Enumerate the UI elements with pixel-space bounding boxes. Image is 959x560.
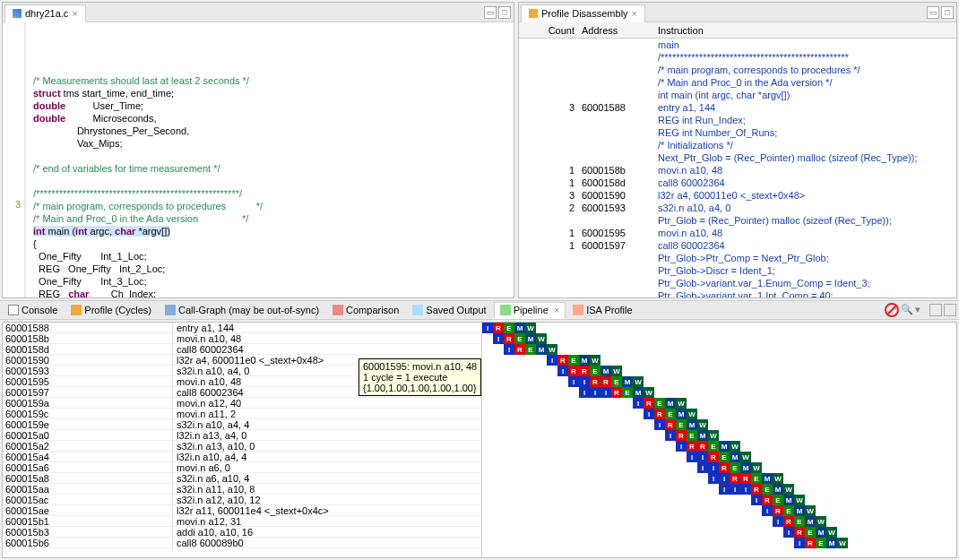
col-instruction[interactable]: Instruction <box>658 25 956 36</box>
minimize-icon[interactable]: ▭ <box>927 6 939 19</box>
compare-icon <box>333 305 343 315</box>
callgraph-icon <box>165 305 176 315</box>
stop-icon[interactable] <box>885 303 899 317</box>
disasm-row[interactable]: main <box>519 39 956 51</box>
pipeline-icon <box>500 305 511 315</box>
pipeline-row[interactable]: 600015acs32i.n a12, a10, 12 <box>3 495 481 505</box>
editor-tab-close-icon[interactable]: × <box>72 8 77 19</box>
disasm-row[interactable]: 16000158bmovi.n a10, 48 <box>519 164 956 177</box>
pipeline-row[interactable]: 600015a8s32i.n a6, a10, 4 <box>3 473 481 484</box>
col-count[interactable]: Count <box>519 25 582 36</box>
pipeline-stage-row: IREMW <box>482 419 956 430</box>
pipeline-stage-row: IREMW <box>482 505 956 516</box>
pipeline-stage-row: IREMW <box>482 430 956 441</box>
disasm-row[interactable]: 160001597call8 60002364 <box>519 239 956 252</box>
minimize-icon[interactable]: ▭ <box>484 6 497 19</box>
pipeline-row[interactable]: 6000158bmovi.n a10, 48 <box>3 333 481 344</box>
pipeline-row[interactable]: 600015ael32r a11, 600011e4 <_stext+0x4c> <box>3 505 481 516</box>
pipeline-tooltip: 60001595: movi.n a10, 48 1 cycle = 1 exe… <box>359 358 481 396</box>
disasm-tabbar: Profile Disassembly × ▭ □ <box>519 3 956 22</box>
pipeline-stage-chart[interactable]: IREMWIREMWIREMWIREMWIRREMWIIRREMWIIIREMW… <box>482 323 956 557</box>
source-editor-pane: dhry21a.c × ▭ □ 37 /* Measurements shoul… <box>2 2 514 298</box>
pipeline-row[interactable]: 600015b3addi a10, a10, 16 <box>3 527 481 538</box>
pipeline-stage-row: IREMW <box>482 344 956 355</box>
minimize-icon[interactable] <box>929 304 942 316</box>
pipeline-stage-row: IIREMW <box>482 462 956 473</box>
pipeline-stage-row: IREMW <box>482 495 956 505</box>
editor-tabbar: dhry21a.c × ▭ □ <box>3 3 514 22</box>
pipeline-row[interactable]: 600015a2s32i.n a13, a10, 0 <box>3 441 481 452</box>
isa-icon <box>573 305 583 315</box>
pipeline-stage-row: IREMW <box>482 333 956 344</box>
pipeline-stage-row: IREMW <box>482 323 956 333</box>
editor-tab-label: dhry21a.c <box>25 8 68 19</box>
pipeline-row[interactable]: 600015a6movi.n a6, 0 <box>3 462 481 473</box>
disasm-row[interactable]: Ptr_Glob->variant.var_1.Enum_Comp = Iden… <box>519 277 956 289</box>
disasm-row[interactable]: int main (int argc, char *argv[]) <box>519 89 956 101</box>
disasm-row[interactable]: 160001595movi.n a10, 48 <box>519 227 956 239</box>
disasm-row[interactable]: /* main program, corresponds to procedur… <box>519 64 956 76</box>
pipeline-row[interactable]: 600015aas32i.n a11, a10, 8 <box>3 484 481 495</box>
disasm-row[interactable]: 16000158dcall8 60002364 <box>519 177 956 189</box>
pipeline-stage-row: IREMW <box>482 355 956 366</box>
pipeline-stage-row: IIIREMW <box>482 387 956 398</box>
disasm-row[interactable]: /* Initializations */ <box>519 139 956 151</box>
pipeline-row[interactable]: 6000158dcall8 60002364 <box>3 344 481 355</box>
disasm-row[interactable]: 360001588entry a1, 144 <box>519 101 956 114</box>
pipeline-row[interactable]: 600015a0l32i.n a13, a4, 0 <box>3 430 481 441</box>
disasm-row[interactable]: 260001593s32i.n a10, a4, 0 <box>519 202 956 214</box>
disasm-row[interactable]: Next_Ptr_Glob = (Rec_Pointer) malloc (si… <box>519 151 956 164</box>
tab-pipeline[interactable]: Pipeline× <box>494 302 566 319</box>
search-icon[interactable]: 🔍 <box>901 304 913 316</box>
disasm-row[interactable]: REG int Run_Index; <box>519 114 956 126</box>
disasm-body[interactable]: main/***********************************… <box>519 39 956 297</box>
disasm-row[interactable]: Ptr_Glob->Ptr_Comp = Next_Ptr_Glob; <box>519 252 956 264</box>
pipeline-row[interactable]: 60001588entry a1, 144 <box>3 323 481 333</box>
close-icon[interactable]: × <box>554 305 559 315</box>
disasm-tab-label: Profile Disassembly <box>541 8 628 19</box>
maximize-icon[interactable]: □ <box>941 6 954 19</box>
pipeline-row[interactable]: 6000159amovi.n a12, 40 <box>3 398 481 409</box>
editor-gutter: 37 <box>3 22 26 297</box>
pipeline-stage-row: IIIREMW <box>482 484 956 495</box>
pipeline-stage-row: IRREMW <box>482 441 956 452</box>
pipeline-row[interactable]: 6000159es32i.n a10, a4, 4 <box>3 419 481 430</box>
editor-tab-dhry21a[interactable]: dhry21a.c × <box>4 4 86 22</box>
save-icon <box>412 305 423 315</box>
col-address[interactable]: Address <box>582 25 658 36</box>
pipeline-stage-row: IIRREMW <box>482 376 956 387</box>
disasm-row[interactable]: Ptr_Glob = (Rec_Pointer) malloc (sizeof … <box>519 214 956 227</box>
disasm-row[interactable]: Ptr_Glob->variant.var_1.Int_Comp = 40; <box>519 289 956 297</box>
pipeline-row[interactable]: 600015a4l32i.n a10, a4, 4 <box>3 452 481 462</box>
pipeline-stage-row: IIRREMW <box>482 473 956 484</box>
disasm-icon <box>529 9 538 18</box>
disasm-tab-close-icon[interactable]: × <box>632 8 637 19</box>
disasm-row[interactable]: /***************************************… <box>519 51 956 64</box>
pipeline-stage-row: IREMW <box>482 538 956 548</box>
pipeline-row[interactable]: 600015b6call8 600089b0 <box>3 538 481 548</box>
maximize-icon[interactable] <box>944 304 956 316</box>
pipeline-row[interactable]: 6000159cmovi.n a11, 2 <box>3 409 481 419</box>
source-code-area[interactable]: 37 /* Measurements should last at least … <box>3 22 514 297</box>
profile-disassembly-pane: Profile Disassembly × ▭ □ Count Address … <box>518 2 957 298</box>
pipeline-stage-row: IREMW <box>482 527 956 538</box>
pipeline-stage-row: IREMW <box>482 516 956 527</box>
tab-comparison[interactable]: Comparison <box>326 302 405 319</box>
console-icon <box>8 305 19 315</box>
tab-saved-output[interactable]: Saved Output <box>406 302 492 319</box>
tab-callgraph[interactable]: Call-Graph (may be out-of-sync) <box>159 302 325 319</box>
tab-profile[interactable]: Profile (Cycles) <box>65 302 158 319</box>
tab-isa-profile[interactable]: ISA Profile <box>566 302 638 319</box>
disasm-row[interactable]: REG int Number_Of_Runs; <box>519 126 956 139</box>
tab-console[interactable]: Console <box>2 302 64 319</box>
disasm-row[interactable]: 360001590l32r a4, 600011e0 <_stext+0x48> <box>519 189 956 202</box>
pipeline-stage-row: IREMW <box>482 409 956 419</box>
profile-icon <box>71 305 82 315</box>
disasm-header: Count Address Instruction <box>519 22 956 39</box>
maximize-icon[interactable]: □ <box>498 6 511 19</box>
disasm-row[interactable]: Ptr_Glob->Discr = Ident_1; <box>519 264 956 277</box>
pipeline-row[interactable]: 600015b1movi.n a12, 31 <box>3 516 481 527</box>
disasm-row[interactable]: /* Main and Proc_0 in the Ada version */ <box>519 76 956 89</box>
dropdown-icon[interactable]: ▾ <box>915 304 928 316</box>
disasm-tab[interactable]: Profile Disassembly × <box>521 4 645 22</box>
